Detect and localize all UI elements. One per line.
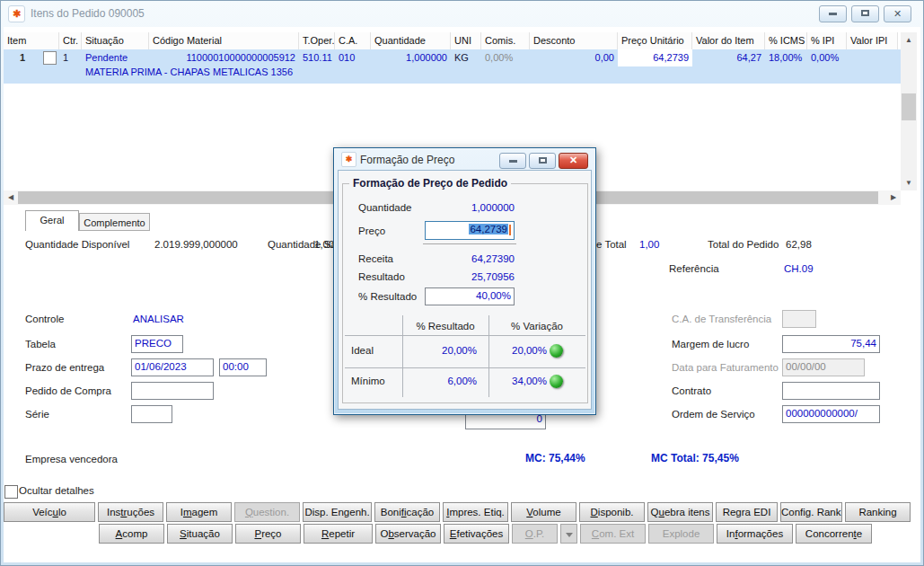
dialog-title: Formação de Preço (360, 154, 454, 166)
vertical-scrollbar-thumb[interactable] (902, 93, 916, 120)
scroll-down-icon[interactable]: ▼ (901, 175, 917, 190)
col-header-12[interactable]: Valor do Item (692, 32, 765, 49)
table-hline (345, 335, 585, 336)
col-header-8[interactable]: UNI (451, 32, 481, 49)
cell-ctr[interactable]: 1 (59, 49, 82, 66)
observacao-button[interactable]: Observação (375, 524, 441, 544)
regra-edi-button[interactable]: Regra EDI (716, 502, 778, 522)
titlebar[interactable]: ✱ Itens do Pedido 090005 ✕ (0, 0, 924, 27)
tab-geral[interactable]: Geral (25, 210, 79, 231)
col-header-2[interactable]: Ctr. (59, 32, 82, 49)
prazo-hora-input[interactable]: 00:00 (219, 358, 267, 376)
efetivacoes-button[interactable]: Efetivações (444, 524, 509, 544)
col-header-15[interactable]: Valor IPI (847, 32, 898, 49)
bonificacao-button[interactable]: Bonificação (374, 502, 440, 522)
footer-button-row-1: VeículoInstruçõesImagemQuestion.Disp. En… (4, 502, 911, 522)
col-header-11[interactable]: Preço Unitário (618, 32, 692, 49)
cell-valor-ipi[interactable] (847, 49, 898, 66)
cell-t-oper[interactable]: 510.11 (299, 49, 335, 66)
contrato-input[interactable] (782, 382, 880, 400)
row-checkbox[interactable] (43, 51, 57, 65)
col-header-10[interactable]: Desconto (530, 32, 618, 49)
qtd-disponivel-value: 2.019.999,000000 (154, 239, 238, 250)
dialog-app-icon: ✱ (341, 152, 356, 167)
col-header-1[interactable]: Item (4, 32, 59, 49)
ordem-servico-input[interactable]: 000000000000/ (782, 405, 880, 423)
cell-preco-unitario[interactable]: 64,2739 (618, 49, 692, 66)
dialog-separator (423, 243, 516, 244)
imagem-button[interactable]: Imagem (166, 502, 232, 522)
dialog-close-button[interactable]: ✕ (559, 153, 588, 169)
situacao-button[interactable]: Situação (167, 524, 233, 544)
tabela-input[interactable]: PRECO (131, 335, 183, 353)
col-pct-resultado-header: % Resultado (402, 321, 488, 332)
items-table-selected-row[interactable]: 11Pendente11000010000000005912510.110101… (4, 49, 901, 84)
maximize-button[interactable] (851, 5, 879, 22)
informacoes-button[interactable]: Informações (717, 524, 793, 544)
col-header-9[interactable]: Comis. (481, 32, 530, 49)
cell-valor-item[interactable]: 64,27 (692, 49, 765, 66)
question-button: Question. (234, 502, 300, 522)
col-header-3[interactable]: Situação (82, 32, 149, 49)
scroll-up-icon[interactable]: ▲ (901, 32, 917, 48)
ca-transferencia-input (782, 310, 816, 328)
cell-uni[interactable]: KG (451, 49, 481, 66)
status-led-green (550, 375, 563, 388)
serie-input[interactable] (131, 405, 172, 423)
dialog-pct-resultado-input[interactable]: 40,00% (425, 287, 515, 305)
pedido-compra-input[interactable] (131, 382, 214, 400)
col-header-13[interactable]: % ICMS (765, 32, 807, 49)
row-label-minimo: Mínimo (351, 376, 385, 386)
row-label-ideal: Ideal (351, 345, 374, 356)
repetir-button[interactable]: Repetir (304, 524, 373, 544)
col-header-14[interactable]: % IPI (807, 32, 847, 49)
preco-unitario-editing-cell[interactable]: 64,2739 (618, 49, 692, 66)
col-header-4[interactable]: Código Material (149, 32, 299, 49)
mc-total-value: MC Total: 75,45% (651, 452, 739, 464)
dialog-preco-input[interactable]: 64,2739 (425, 221, 515, 240)
minimize-button[interactable] (819, 5, 847, 22)
pct-resultado-value: 6,00% (402, 376, 477, 386)
contrato-label: Contrato (672, 385, 711, 396)
chevron-down-icon (566, 533, 573, 537)
ocultar-detalhes-checkbox[interactable] (4, 485, 18, 499)
quebra-itens-button[interactable]: Quebra itens (647, 502, 713, 522)
impres-etiq-button[interactable]: Impres. Etiq. (443, 502, 508, 522)
margem-lucro-input[interactable]: 75,44 (782, 335, 880, 353)
ca-transferencia-label: C.A. de Transferência (672, 314, 771, 324)
preco-button[interactable]: Preço (235, 524, 301, 544)
instrucoes-button[interactable]: Instruções (98, 502, 163, 522)
cell-desconto[interactable]: 0,00 (530, 49, 618, 66)
cell-ipi[interactable]: 0,00% (807, 49, 847, 66)
cell-icms[interactable]: 18,00% (765, 49, 807, 66)
vertical-scrollbar[interactable]: ▲ ▼ (901, 32, 917, 190)
ranking-button[interactable]: Ranking (845, 502, 911, 522)
veiculo-button[interactable]: Veículo (4, 502, 95, 522)
total-label: e Total (596, 239, 627, 250)
cell-codigo-material[interactable]: 11000010000000005912 (149, 49, 299, 66)
margem-lucro-label: Margem de lucro (672, 339, 749, 349)
tab-complemento[interactable]: Complemento (79, 213, 150, 231)
cell-comis[interactable]: 0,00% (481, 49, 530, 66)
cell-ca[interactable]: 010 (335, 49, 371, 66)
acomp-button[interactable]: Acomp (99, 524, 164, 544)
total-pedido-value: 62,98 (786, 239, 812, 250)
col-header-7[interactable]: Quantidade (371, 32, 451, 49)
concorrente-button[interactable]: Concorrente (796, 524, 872, 544)
col-header-5[interactable]: T.Oper. (299, 32, 335, 49)
dialog-minimize-button[interactable] (499, 153, 526, 169)
scroll-right-icon[interactable]: ▶ (886, 190, 901, 205)
close-button[interactable]: ✕ (884, 5, 911, 22)
cell-quantidade[interactable]: 1,000000 (371, 49, 451, 66)
disp-engenh-button[interactable]: Disp. Engenh. (303, 502, 372, 522)
cell-situacao[interactable]: Pendente (82, 49, 149, 66)
dialog-maximize-button[interactable] (529, 153, 556, 169)
config-rank-button[interactable]: Config. Rank. (780, 502, 842, 522)
cell-item[interactable]: 1 (4, 49, 59, 66)
disponib-button[interactable]: Disponib. (579, 502, 645, 522)
volume-button[interactable]: Volume (511, 502, 576, 522)
scroll-left-icon[interactable]: ◀ (4, 190, 18, 205)
col-header-6[interactable]: C.A. (335, 32, 371, 49)
prazo-data-input[interactable]: 01/06/2023 (131, 358, 214, 376)
formacao-preco-dialog[interactable]: ✱ Formação de Preço ✕ Formação de Preço … (333, 147, 596, 415)
